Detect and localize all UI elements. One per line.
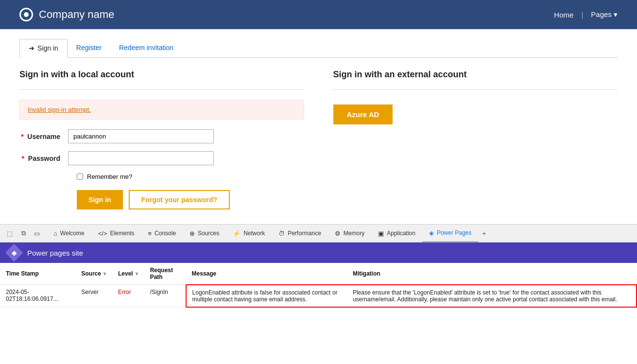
password-required-star: * xyxy=(22,155,24,162)
power-pages-panel-header: ◈ Power pages site xyxy=(0,243,637,263)
brand: Company name xyxy=(19,8,114,21)
console-icon: ≡ xyxy=(148,230,152,237)
local-account-title: Sign in with a local account xyxy=(19,69,304,80)
devtools-device-icon[interactable]: ⧉ xyxy=(17,227,29,239)
local-account-section: Sign in with a local account Invalid sig… xyxy=(19,69,304,209)
devtools-bar: ⬚ ⧉ ▭ ⌂ Welcome </> Elements ≡ Console ⊕… xyxy=(0,224,637,243)
col-timestamp: Time Stamp xyxy=(0,263,75,285)
log-table-body: 2024-05-02T18:16:06.0917... Server Error… xyxy=(0,285,637,307)
power-pages-diamond-icon: ◈ xyxy=(5,244,23,262)
col-level[interactable]: Level ∨ xyxy=(112,263,144,285)
cell-requestpath: /SignIn xyxy=(144,285,186,307)
error-message-box: Invalid sign-in attempt. xyxy=(19,100,304,120)
tab-redeem[interactable]: Redeem invitation xyxy=(110,39,182,57)
table-row: 2024-05-02T18:16:06.0917... Server Error… xyxy=(0,285,637,307)
forgot-password-button[interactable]: Forgot your password? xyxy=(129,190,230,209)
external-divider xyxy=(333,89,618,90)
username-input[interactable] xyxy=(68,129,214,143)
cell-message: LogonEnabled attribute is false for asso… xyxy=(186,285,347,307)
form-buttons: Sign in Forgot your password? xyxy=(77,190,304,209)
sign-in-container: Sign in with a local account Invalid sig… xyxy=(19,69,618,209)
nav-links: Home | Pages ▾ xyxy=(554,10,618,19)
devtools-tab-sources[interactable]: ⊕ Sources xyxy=(183,224,226,243)
signin-button[interactable]: Sign in xyxy=(77,190,123,209)
elements-icon: </> xyxy=(98,230,107,237)
username-row: * Username xyxy=(19,129,304,143)
col-requestpath: Request Path xyxy=(144,263,186,285)
network-icon: ⚡ xyxy=(233,230,241,237)
col-source[interactable]: Source ∨ xyxy=(75,263,112,285)
password-input[interactable] xyxy=(68,151,214,165)
password-row: * Password xyxy=(19,151,304,165)
chevron-down-icon: ▾ xyxy=(614,10,618,18)
password-label: * Password xyxy=(19,155,68,162)
log-table-header: Time Stamp Source ∨ Level ∨ Request Path… xyxy=(0,263,637,285)
tab-register[interactable]: Register xyxy=(68,39,110,57)
username-required-star: * xyxy=(21,133,23,140)
auth-tabs: ➜ Sign in Register Redeem invitation xyxy=(19,39,618,58)
devtools-tab-console[interactable]: ≡ Console xyxy=(141,224,183,243)
devtools-panel-icon[interactable]: ▭ xyxy=(31,227,43,239)
error-message-link[interactable]: Invalid sign-in attempt. xyxy=(28,106,91,113)
brand-icon xyxy=(19,8,33,21)
nav-home[interactable]: Home xyxy=(554,11,573,19)
devtools-tab-welcome[interactable]: ⌂ Welcome xyxy=(47,224,91,243)
cell-source: Server xyxy=(75,285,112,307)
power-pages-panel-title: Power pages site xyxy=(27,249,83,257)
devtools-tab-elements[interactable]: </> Elements xyxy=(91,224,141,243)
devtools-tab-performance[interactable]: ⏱ Performance xyxy=(272,224,328,243)
performance-icon: ⏱ xyxy=(278,230,285,237)
brand-name: Company name xyxy=(39,8,114,21)
col-message: Message xyxy=(186,263,347,285)
signin-arrow-icon: ➜ xyxy=(29,44,34,52)
azure-ad-button[interactable]: Azure AD xyxy=(333,104,393,124)
log-table: Time Stamp Source ∨ Level ∨ Request Path… xyxy=(0,263,637,308)
devtools-inspect-icon[interactable]: ⬚ xyxy=(4,227,16,239)
application-icon: ▣ xyxy=(378,230,384,237)
devtools-tab-network[interactable]: ⚡ Network xyxy=(226,224,272,243)
powerpages-icon: ◈ xyxy=(429,229,434,237)
home-icon: ⌂ xyxy=(53,230,57,237)
remember-me-label: Remember me? xyxy=(87,173,132,180)
nav-divider: | xyxy=(581,11,583,19)
remember-me-row: Remember me? xyxy=(77,173,304,180)
cell-level: Error xyxy=(112,285,144,307)
external-account-title: Sign in with an external account xyxy=(333,69,618,80)
devtools-tab-application[interactable]: ▣ Application xyxy=(371,224,422,243)
cell-timestamp: 2024-05-02T18:16:06.0917... xyxy=(0,285,75,307)
tab-signin[interactable]: ➜ Sign in xyxy=(19,39,68,58)
sources-icon: ⊕ xyxy=(189,230,195,237)
username-label: * Username xyxy=(19,133,68,140)
devtools-tab-memory[interactable]: ⚙ Memory xyxy=(328,224,371,243)
source-sort-icon: ∨ xyxy=(103,271,106,276)
col-mitigation: Mitigation xyxy=(347,263,637,285)
devtools-icons: ⬚ ⧉ ▭ xyxy=(4,227,43,239)
main-content: ➜ Sign in Register Redeem invitation Sig… xyxy=(0,29,637,224)
devtools-tab-powerpages[interactable]: ◈ Power Pages xyxy=(422,224,478,243)
section-divider xyxy=(19,89,304,90)
level-sort-icon: ∨ xyxy=(135,271,138,276)
memory-icon: ⚙ xyxy=(335,230,341,237)
remember-me-checkbox[interactable] xyxy=(77,173,83,180)
external-account-section: Sign in with an external account Azure A… xyxy=(333,69,618,209)
devtools-add-tab-button[interactable]: + xyxy=(478,227,490,239)
cell-mitigation: Please ensure that the 'LogonEnabled' at… xyxy=(347,285,637,307)
nav-pages[interactable]: Pages ▾ xyxy=(591,10,618,19)
top-navigation: Company name Home | Pages ▾ xyxy=(0,0,637,29)
